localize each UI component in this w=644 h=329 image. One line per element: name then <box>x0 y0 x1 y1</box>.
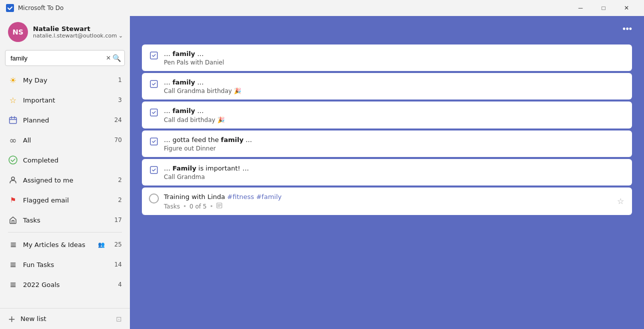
sidebar-item-my-day[interactable]: ☀ My Day 1 <box>2 70 128 90</box>
list-icon: ≡ <box>8 280 18 290</box>
nav-divider <box>8 232 122 232</box>
result-body: Training with Linda #fitness #family Tas… <box>164 192 611 210</box>
result-subtitle: Call Grandma <box>164 174 625 180</box>
result-item[interactable]: … family … Call dad birthday 🎉 <box>142 102 632 128</box>
note-icon <box>216 202 222 210</box>
sidebar-item-count: 2 <box>112 176 122 184</box>
results-list: … family … Pen Pals with Daniel … family… <box>130 40 644 329</box>
nav-list: ☀ My Day 1 ☆ Important 3 Planned 24 ∞ <box>0 70 130 308</box>
sidebar-item-label: Fun Tasks <box>23 261 107 268</box>
task-icon <box>149 50 159 60</box>
sidebar-item-label: Planned <box>23 116 107 124</box>
result-title: … gotta feed the family … <box>164 136 625 144</box>
sidebar-item-label: 2022 Goals <box>23 281 107 288</box>
result-meta: Tasks • 0 of 5 • <box>164 202 611 210</box>
infinity-icon: ∞ <box>8 135 18 145</box>
sidebar-item-fun-tasks[interactable]: ≡ Fun Tasks 14 <box>2 254 128 274</box>
result-meta-progress: 0 of 5 <box>189 203 206 210</box>
minimize-button[interactable]: ─ <box>569 0 592 16</box>
result-item[interactable]: Training with Linda #fitness #family Tas… <box>142 188 632 215</box>
task-icon <box>149 108 159 118</box>
result-subtitle: Call dad birthday 🎉 <box>164 116 625 124</box>
person-icon <box>8 175 18 185</box>
result-body: … gotta feed the family … Figure out Din… <box>164 136 625 152</box>
svg-point-3 <box>11 177 14 180</box>
result-title: … family … <box>164 50 625 58</box>
result-title: … family … <box>164 78 625 87</box>
new-list-label: New list <box>20 315 46 322</box>
plus-icon: + <box>8 314 15 324</box>
sidebar-item-count: 1 <box>112 76 122 84</box>
new-list-button[interactable]: + New list ⊡ <box>0 308 130 329</box>
user-info: Natalie Stewart natalie.l.stewart@outloo… <box>33 25 122 39</box>
svg-rect-0 <box>6 4 14 12</box>
sidebar-item-count: 70 <box>112 136 122 144</box>
sidebar-item-label: My Day <box>23 76 107 84</box>
sidebar-item-my-articles-ideas[interactable]: ≡ My Articles & Ideas 👥 25 <box>2 234 128 254</box>
sidebar-item-assigned-to-me[interactable]: Assigned to me 2 <box>2 170 128 190</box>
completed-icon <box>8 155 18 165</box>
result-meta-dot: • <box>210 203 213 210</box>
more-options-button[interactable]: ••• <box>619 22 636 36</box>
title-bar-left: Microsoft To Do <box>6 4 63 12</box>
result-title: Training with Linda #fitness #family <box>164 192 611 202</box>
search-clear-button[interactable]: ✕ <box>105 54 112 62</box>
search-button[interactable]: 🔍 <box>111 53 122 63</box>
close-button[interactable]: ✕ <box>615 0 638 16</box>
sidebar-item-label: My Articles & Ideas <box>23 241 93 248</box>
user-profile[interactable]: NS Natalie Stewart natalie.l.stewart@out… <box>0 16 130 48</box>
result-meta-dot: • <box>183 203 186 210</box>
main-content: ••• … family … Pen Pals with Daniel … <box>130 16 644 329</box>
sidebar-item-count: 25 <box>112 241 122 248</box>
maximize-button[interactable]: □ <box>592 0 615 16</box>
sidebar-item-tasks[interactable]: Tasks 17 <box>2 210 128 230</box>
sidebar-item-label: Assigned to me <box>23 176 107 184</box>
svg-point-2 <box>9 156 17 164</box>
result-title: … family … <box>164 106 625 116</box>
result-item[interactable]: … Family is important! … Call Grandma <box>142 159 632 186</box>
sidebar-item-label: Completed <box>23 156 107 164</box>
sidebar-item-count: 14 <box>112 261 122 268</box>
sidebar-item-count: 2 <box>112 196 122 204</box>
result-body: … Family is important! … Call Grandma <box>164 164 625 180</box>
result-item[interactable]: … family … Pen Pals with Daniel <box>142 44 632 71</box>
sidebar-item-count: 17 <box>112 216 122 224</box>
home-icon <box>8 215 18 225</box>
sidebar-item-all[interactable]: ∞ All 70 <box>2 130 128 150</box>
result-meta-list: Tasks <box>164 203 180 210</box>
sidebar-item-count: 24 <box>112 116 122 124</box>
list-icon: ≡ <box>8 260 18 270</box>
new-list-export-icon: ⊡ <box>116 315 122 323</box>
result-subtitle: Pen Pals with Daniel <box>164 59 625 66</box>
app-title: Microsoft To Do <box>18 4 63 12</box>
sidebar-item-2022-goals[interactable]: ≡ 2022 Goals 4 <box>2 274 128 294</box>
avatar: NS <box>8 22 28 42</box>
sidebar-item-label: Flagged email <box>23 196 107 204</box>
result-subtitle: Figure out Dinner <box>164 145 625 152</box>
user-name: Natalie Stewart <box>33 25 122 32</box>
result-item[interactable]: … family … Call Grandma birthday 🎉 <box>142 73 632 100</box>
task-icon <box>149 165 159 175</box>
sidebar-item-important[interactable]: ☆ Important 3 <box>2 90 128 110</box>
sidebar-item-label: Tasks <box>23 216 107 224</box>
app-logo <box>6 4 14 12</box>
sidebar-item-flagged-email[interactable]: ⚑ Flagged email 2 <box>2 190 128 210</box>
sidebar-item-count: 3 <box>112 96 122 104</box>
result-item[interactable]: … gotta feed the family … Figure out Din… <box>142 130 632 157</box>
result-title: … Family is important! … <box>164 164 625 173</box>
sidebar-item-completed[interactable]: Completed <box>2 150 128 170</box>
title-bar: Microsoft To Do ─ □ ✕ <box>0 0 644 16</box>
star-button[interactable]: ☆ <box>616 196 625 207</box>
task-icon <box>149 136 159 146</box>
result-body: … family … Call dad birthday 🎉 <box>164 106 625 123</box>
result-body: … family … Call Grandma birthday 🎉 <box>164 78 625 94</box>
sidebar: NS Natalie Stewart natalie.l.stewart@out… <box>0 16 130 329</box>
app-container: NS Natalie Stewart natalie.l.stewart@out… <box>0 16 644 329</box>
list-icon: ≡ <box>8 240 18 250</box>
shared-icon: 👥 <box>98 242 105 248</box>
sun-icon: ☀ <box>8 75 18 85</box>
svg-rect-1 <box>9 118 16 124</box>
sidebar-item-planned[interactable]: Planned 24 <box>2 110 128 130</box>
flag-icon: ⚑ <box>8 195 18 205</box>
user-email: natalie.l.stewart@outlook.com ⌄ <box>33 32 122 39</box>
